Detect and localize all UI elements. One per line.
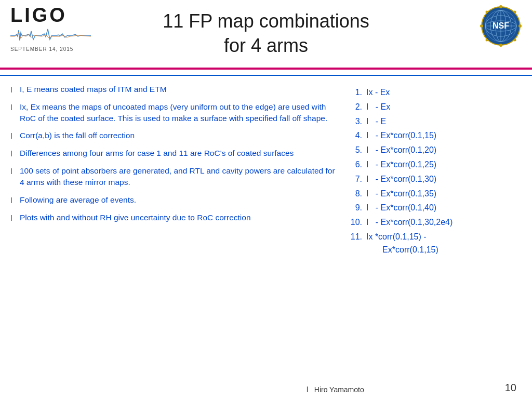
- list-item: l I, E means coated maps of ITM and ETM: [10, 84, 337, 95]
- list-item: 1. Ix - Ex: [348, 86, 524, 99]
- svg-point-11: [499, 44, 502, 47]
- list-item: 2. I - Ex: [348, 101, 524, 114]
- list-text: I - Ex*corr(0.1,15): [366, 129, 436, 142]
- nsf-logo: NSF: [480, 5, 522, 49]
- svg-point-15: [514, 11, 516, 14]
- bullet-marker: l: [10, 212, 20, 223]
- header: LIGO SEPTEMBER 14, 2015 11 FP map combin…: [0, 0, 532, 68]
- list-item: 7. I - Ex*corr(0.1,30): [348, 173, 524, 186]
- content-area: l I, E means coated maps of ITM and ETM …: [0, 84, 532, 258]
- bullet-marker: l: [10, 84, 20, 95]
- svg-point-17: [514, 39, 516, 42]
- svg-point-13: [518, 24, 522, 28]
- bullet-text: I, E means coated maps of ITM and ETM: [20, 84, 337, 95]
- list-item: 9. I - Ex*corr(0.1,40): [348, 202, 524, 215]
- right-column: 1. Ix - Ex 2. I - Ex 3. I - E 4. I - Ex*…: [348, 84, 524, 258]
- blue-divider: [0, 75, 532, 76]
- footer-author: l Hiro Yamamoto: [307, 385, 364, 394]
- ligo-logo: LIGO SEPTEMBER 14, 2015: [10, 5, 94, 52]
- bullet-text: Plots with and without RH give uncertain…: [20, 212, 337, 223]
- list-number: 6.: [348, 158, 362, 171]
- page-number: 10: [505, 382, 516, 394]
- list-item: l Differences among four arms for case 1…: [10, 148, 337, 159]
- title-line1: 11 FP map combinations: [163, 10, 369, 32]
- list-text: Ix *corr(0.1,15) - Ex*corr(0.1,15): [366, 231, 438, 257]
- list-item: l Ix, Ex means the maps of uncoated maps…: [10, 101, 337, 124]
- list-number: 4.: [348, 129, 362, 142]
- bullet-marker: l: [10, 166, 20, 177]
- list-number: 1.: [348, 86, 362, 99]
- svg-point-14: [486, 11, 488, 14]
- list-number: 5.: [348, 144, 362, 157]
- svg-point-10: [499, 5, 502, 8]
- list-number: 2.: [348, 101, 362, 114]
- list-text: I - Ex*corr(0.1,30,2e4): [366, 216, 453, 229]
- list-text: I - Ex*corr(0.1,35): [366, 188, 436, 201]
- bullet-marker: l: [10, 130, 20, 141]
- svg-point-12: [480, 24, 483, 28]
- list-text: I - Ex*corr(0.1,20): [366, 144, 436, 157]
- left-column: l I, E means coated maps of ITM and ETM …: [8, 84, 337, 258]
- nsf-badge-icon: NSF: [480, 5, 522, 47]
- list-item: 8. I - Ex*corr(0.1,35): [348, 188, 524, 201]
- combinations-list: 1. Ix - Ex 2. I - Ex 3. I - E 4. I - Ex*…: [348, 86, 524, 257]
- list-item: l Plots with and without RH give uncerta…: [10, 212, 337, 223]
- bullet-text: Ix, Ex means the maps of uncoated maps (…: [20, 101, 337, 124]
- list-item: 4. I - Ex*corr(0.1,15): [348, 129, 524, 142]
- list-item: 6. I - Ex*corr(0.1,25): [348, 158, 524, 171]
- list-number: 10.: [348, 216, 362, 229]
- list-number: 7.: [348, 173, 362, 186]
- list-item: 10. I - Ex*corr(0.1,30,2e4): [348, 216, 524, 229]
- list-item: l 100 sets of point absorbers are genera…: [10, 165, 337, 188]
- bullet-text: Corr(a,b) is the fall off correction: [20, 130, 337, 141]
- list-text: I - Ex*corr(0.1,25): [366, 158, 436, 171]
- bullet-text: Following are average of events.: [20, 194, 337, 206]
- author-name: Hiro Yamamoto: [314, 385, 364, 394]
- list-text: I - Ex*corr(0.1,40): [366, 202, 436, 215]
- slide-title: 11 FP map combinations for 4 arms: [163, 9, 369, 58]
- list-text: I - E: [366, 115, 386, 128]
- pink-divider: [0, 68, 532, 70]
- list-text: Ix - Ex: [366, 86, 390, 99]
- ligo-date: SEPTEMBER 14, 2015: [10, 46, 94, 52]
- bullet-text: Differences among four arms for case 1 a…: [20, 148, 337, 159]
- ligo-signal-icon: [10, 25, 91, 43]
- list-item: l Following are average of events.: [10, 194, 337, 206]
- list-text: I - Ex: [366, 101, 390, 114]
- svg-point-16: [486, 39, 488, 42]
- ligo-text: LIGO: [10, 5, 94, 25]
- list-item: 3. I - E: [348, 115, 524, 128]
- list-item: 5. I - Ex*corr(0.1,20): [348, 144, 524, 157]
- bullet-marker: l: [10, 195, 20, 206]
- svg-text:NSF: NSF: [493, 21, 509, 30]
- title-line2: for 4 arms: [224, 35, 308, 56]
- list-number: 3.: [348, 115, 362, 128]
- list-item: l Corr(a,b) is the fall off correction: [10, 130, 337, 141]
- bullet-marker: l: [10, 148, 20, 159]
- footer: 10: [0, 382, 532, 394]
- list-number: 11.: [348, 231, 362, 257]
- list-item: 11. Ix *corr(0.1,15) - Ex*corr(0.1,15): [348, 231, 524, 257]
- bullet-text: 100 sets of point absorbers are generate…: [20, 165, 337, 188]
- list-number: 9.: [348, 202, 362, 215]
- list-text: I - Ex*corr(0.1,30): [366, 173, 436, 186]
- bullet-marker: l: [10, 102, 20, 113]
- author-bullet: l: [307, 385, 312, 394]
- list-number: 8.: [348, 188, 362, 201]
